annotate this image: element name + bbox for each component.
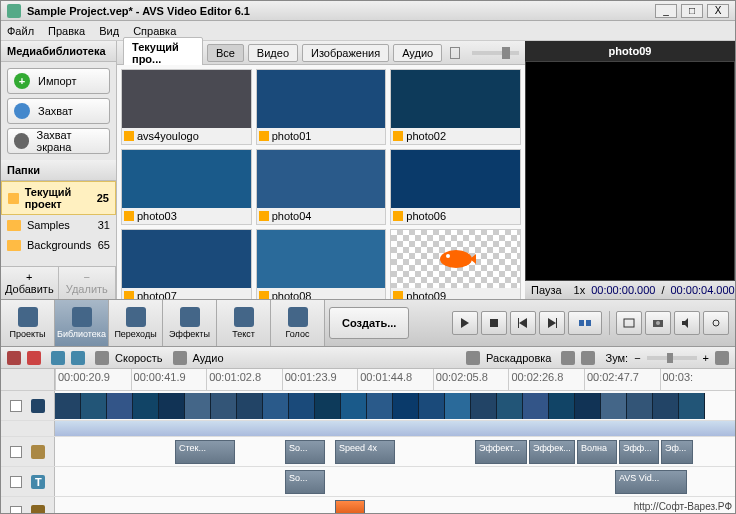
image-type-icon (393, 131, 403, 141)
delete-folder-button[interactable]: − Удалить (59, 267, 116, 299)
media-thumbnail[interactable]: photo01 (256, 69, 387, 145)
next-frame-button[interactable] (539, 311, 565, 335)
media-thumbnail[interactable]: photo09 (390, 229, 521, 299)
folder-count: 31 (98, 219, 110, 231)
preview-viewport[interactable] (525, 61, 735, 281)
ruler-tick: 00:02:47.7 (584, 369, 660, 390)
cut-icon[interactable] (7, 351, 21, 365)
folder-row[interactable]: Samples31 (1, 215, 116, 235)
media-thumbnail[interactable]: photo04 (256, 149, 387, 225)
maximize-button[interactable]: □ (681, 4, 703, 18)
menu-file[interactable]: Файл (7, 25, 34, 37)
text-track-content[interactable]: So...AVS Vid... (55, 467, 735, 496)
svg-point-8 (713, 320, 719, 326)
video-frame (263, 393, 289, 419)
tool-Проекты[interactable]: Проекты (1, 300, 55, 346)
timeline-zoom-slider[interactable] (647, 356, 697, 360)
tool-Библиотека[interactable]: Библиотека (55, 300, 109, 346)
prev-frame-button[interactable] (510, 311, 536, 335)
stop-button[interactable] (481, 311, 507, 335)
ruler-tick: 00:02:05.8 (433, 369, 509, 390)
video-track-content[interactable] (55, 391, 735, 420)
filter-all[interactable]: Все (207, 44, 244, 62)
folder-icon (8, 193, 19, 204)
fx-track-toggle[interactable] (10, 446, 22, 458)
tool-label: Проекты (9, 329, 45, 339)
folder-name: Samples (27, 219, 70, 231)
timeline-clip[interactable]: Эффек... (529, 440, 575, 464)
audio-icon[interactable] (173, 351, 187, 365)
folder-icon (7, 220, 21, 231)
filter-video[interactable]: Видео (248, 44, 298, 62)
storyboard-icon[interactable] (466, 351, 480, 365)
timeline-clip[interactable] (335, 500, 365, 513)
filter-audio[interactable]: Аудио (393, 44, 442, 62)
undo-icon[interactable] (51, 351, 65, 365)
create-button[interactable]: Создать... (329, 307, 409, 339)
menu-help[interactable]: Справка (133, 25, 176, 37)
zoom-in-icon[interactable]: + (703, 352, 709, 364)
tool-icon (126, 307, 146, 327)
delete-icon[interactable] (27, 351, 41, 365)
timeline-ruler[interactable]: 00:00:20.900:00:41.900:01:02.800:01:23.9… (55, 369, 735, 390)
menu-edit[interactable]: Правка (48, 25, 85, 37)
timeline-clip[interactable]: Эффект... (475, 440, 527, 464)
volume-button[interactable] (674, 311, 700, 335)
split-button[interactable] (568, 311, 602, 335)
tool-Голос[interactable]: Голос (271, 300, 325, 346)
screen-capture-button[interactable]: Захват экрана (7, 128, 110, 154)
close-button[interactable]: X (707, 4, 729, 18)
folders-header: Папки (1, 160, 116, 181)
speed-icon[interactable] (95, 351, 109, 365)
tool-icon (288, 307, 308, 327)
play-button[interactable] (452, 311, 478, 335)
playback-speed: 1x (574, 284, 586, 296)
timeline-clip[interactable]: Волна (577, 440, 617, 464)
capture-button[interactable]: Захват (7, 98, 110, 124)
media-thumbnail[interactable]: photo03 (121, 149, 252, 225)
timeline-clip[interactable]: So... (285, 470, 325, 494)
audio-wave[interactable] (55, 421, 735, 436)
tool-Текст[interactable]: Текст (217, 300, 271, 346)
video-frame (497, 393, 523, 419)
video-track-toggle[interactable] (10, 400, 22, 412)
tab-current-project[interactable]: Текущий про... (123, 37, 203, 69)
tool-Переходы[interactable]: Переходы (109, 300, 163, 346)
fullscreen-button[interactable] (616, 311, 642, 335)
video-frame (159, 393, 185, 419)
import-button[interactable]: + Импорт (7, 68, 110, 94)
filter-square-icon[interactable] (450, 47, 460, 59)
text-track-toggle[interactable] (10, 476, 22, 488)
add-folder-button[interactable]: + Добавить (1, 267, 59, 299)
snapshot-button[interactable] (645, 311, 671, 335)
fit-icon[interactable] (715, 351, 729, 365)
media-thumbnail[interactable]: avs4youlogo (121, 69, 252, 145)
filter-images[interactable]: Изображения (302, 44, 389, 62)
timeline-clip[interactable]: Эфф... (619, 440, 659, 464)
thumbnail-zoom-slider[interactable] (472, 51, 519, 55)
media-thumbnail[interactable]: photo08 (256, 229, 387, 299)
minimize-button[interactable]: _ (655, 4, 677, 18)
tool-icon-2[interactable] (581, 351, 595, 365)
timeline-clip[interactable]: Стек... (175, 440, 235, 464)
tool-Эффекты[interactable]: Эффекты (163, 300, 217, 346)
ruler-tick: 00:03: (660, 369, 736, 390)
zoom-out-icon[interactable]: − (634, 352, 640, 364)
settings-button[interactable] (703, 311, 729, 335)
timeline-clip[interactable]: So... (285, 440, 325, 464)
media-thumbnail[interactable]: photo06 (390, 149, 521, 225)
redo-icon[interactable] (71, 351, 85, 365)
media-thumbnail[interactable]: photo07 (121, 229, 252, 299)
timeline-clip[interactable]: Эф... (661, 440, 693, 464)
media-thumbnail[interactable]: photo02 (390, 69, 521, 145)
tool-icon-1[interactable] (561, 351, 575, 365)
timeline-clip[interactable]: AVS Vid... (615, 470, 687, 494)
menu-view[interactable]: Вид (99, 25, 119, 37)
fx-track-content[interactable]: Стек...So...Speed 4xЭффект...Эффек...Вол… (55, 437, 735, 466)
folder-row[interactable]: Текущий проект25 (1, 181, 116, 215)
overlay-track-toggle[interactable] (10, 506, 22, 514)
timeline-toolbar: Скорость Аудио Раскадровка Зум: − + (1, 347, 735, 369)
ruler-tick: 00:01:44.8 (357, 369, 433, 390)
timeline-clip[interactable]: Speed 4x (335, 440, 395, 464)
folder-row[interactable]: Backgrounds65 (1, 235, 116, 255)
